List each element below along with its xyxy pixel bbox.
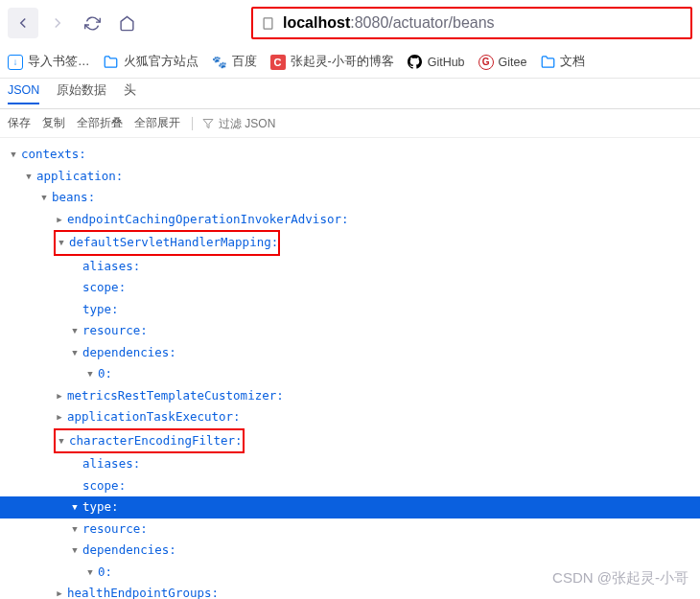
json-toolbar: 保存 复制 全部折叠 全部展开 [0,109,700,138]
csdn-icon: C [270,55,286,70]
tree-node-metrics-customizer[interactable]: ▶metricsRestTemplateCustomizer: [8,385,700,407]
tree-node-resource[interactable]: ▼resource: [8,320,700,342]
tree-node-application[interactable]: ▼application: [8,166,700,188]
tree-node-health-groups[interactable]: ▶healthEndpointGroups: [8,583,700,599]
import-icon: ↓ [8,55,23,70]
bookmarks-bar: ↓导入书签… 火狐官方站点 🐾百度 C张起灵-小哥的博客 GitHub GGit… [0,46,700,79]
reload-icon [84,15,101,32]
bookmark-label: 文档 [560,54,585,70]
bookmark-label: 导入书签… [28,54,90,70]
tree-node-dep-0[interactable]: ▼0: [8,363,700,385]
tab-raw[interactable]: 原始数据 [57,82,106,104]
folder-icon [540,55,555,70]
toggle-icon[interactable]: ▶ [54,406,65,428]
page-icon [261,16,275,31]
bookmark-gitee[interactable]: GGitee [478,55,527,70]
toggle-icon[interactable]: ▼ [56,430,67,452]
toggle-icon [69,277,81,299]
tree-node-scope[interactable]: scope: [8,475,700,497]
tab-json[interactable]: JSON [8,83,39,104]
browser-nav-bar: localhost:8080/actuator/beans [0,0,700,46]
toggle-icon [69,475,81,497]
tree-node-app-executor[interactable]: ▶applicationTaskExecutor: [8,406,700,428]
toggle-icon[interactable]: ▼ [69,496,81,518]
tree-node-type-selected[interactable]: ▼type: [0,496,700,518]
paw-icon: 🐾 [212,55,227,70]
toggle-icon[interactable]: ▶ [54,583,65,599]
json-tree: ▼contexts: ▼application: ▼beans: ▶endpoi… [0,138,700,599]
gitee-icon: G [478,55,494,70]
toggle-icon[interactable]: ▼ [69,518,81,541]
bookmark-label: Gitee [499,56,527,69]
tree-node-endpoint-advisor[interactable]: ▶endpointCachingOperationInvokerAdvisor: [8,209,700,231]
toggle-icon[interactable]: ▼ [69,342,81,364]
toggle-icon[interactable]: ▼ [56,232,67,254]
home-button[interactable] [111,8,142,38]
tree-node-char-encoding[interactable]: ▼characterEncodingFilter: [8,428,700,454]
github-icon [408,55,423,70]
back-button[interactable] [8,8,38,38]
filter-icon [202,118,214,129]
folder-icon [104,55,119,70]
bookmark-firefox[interactable]: 火狐官方站点 [104,54,198,70]
toggle-icon[interactable]: ▶ [54,209,65,231]
bookmark-label: 百度 [232,54,257,70]
toggle-icon[interactable]: ▼ [38,187,50,209]
toggle-icon[interactable]: ▼ [23,166,35,188]
devtools-tabs: JSON 原始数据 头 [0,79,700,109]
bookmark-label: GitHub [428,56,465,69]
expand-all-button[interactable]: 全部展开 [134,115,180,131]
tree-node-dep-0[interactable]: ▼0: [8,562,700,584]
home-icon [119,15,135,32]
bookmark-baidu[interactable]: 🐾百度 [212,54,257,70]
toggle-icon[interactable]: ▼ [69,320,81,342]
tree-node-servlet-mapping[interactable]: ▼defaultServletHandlerMapping: [8,230,700,256]
toggle-icon [69,299,81,321]
url-text: localhost:8080/actuator/beans [283,14,495,32]
bookmark-label: 张起灵-小哥的博客 [291,54,394,70]
bookmark-github[interactable]: GitHub [408,55,465,70]
toggle-icon [69,453,81,475]
reload-button[interactable] [77,8,107,38]
tree-node-beans[interactable]: ▼beans: [8,187,700,209]
bookmark-label: 火狐官方站点 [124,54,198,70]
tab-headers[interactable]: 头 [124,82,136,104]
toggle-icon [69,256,81,278]
tree-node-aliases[interactable]: aliases: [8,256,700,278]
arrow-right-icon [49,14,66,32]
tree-node-type[interactable]: type: [8,299,700,321]
tree-node-dependencies[interactable]: ▼dependencies: [8,342,700,364]
tree-node-contexts[interactable]: ▼contexts: [8,144,700,166]
toggle-icon[interactable]: ▼ [8,144,19,166]
svg-rect-0 [264,17,272,28]
bookmark-docs[interactable]: 文档 [540,54,585,70]
forward-button[interactable] [42,8,73,38]
toggle-icon[interactable]: ▼ [84,363,96,385]
tree-node-aliases[interactable]: aliases: [8,453,700,475]
arrow-left-icon [14,14,32,32]
url-bar[interactable]: localhost:8080/actuator/beans [251,7,692,39]
svg-marker-1 [203,119,213,127]
toggle-icon[interactable]: ▼ [69,540,81,562]
filter-section [192,117,315,130]
tree-node-dependencies[interactable]: ▼dependencies: [8,540,700,562]
save-button[interactable]: 保存 [8,115,31,131]
collapse-all-button[interactable]: 全部折叠 [77,115,123,131]
tree-node-resource[interactable]: ▼resource: [8,518,700,541]
toggle-icon[interactable]: ▼ [84,562,96,584]
bookmark-blog[interactable]: C张起灵-小哥的博客 [270,54,394,70]
filter-input[interactable] [219,117,315,130]
copy-button[interactable]: 复制 [42,115,65,131]
toggle-icon[interactable]: ▶ [54,385,65,407]
bookmark-import[interactable]: ↓导入书签… [8,54,90,70]
tree-node-scope[interactable]: scope: [8,277,700,299]
